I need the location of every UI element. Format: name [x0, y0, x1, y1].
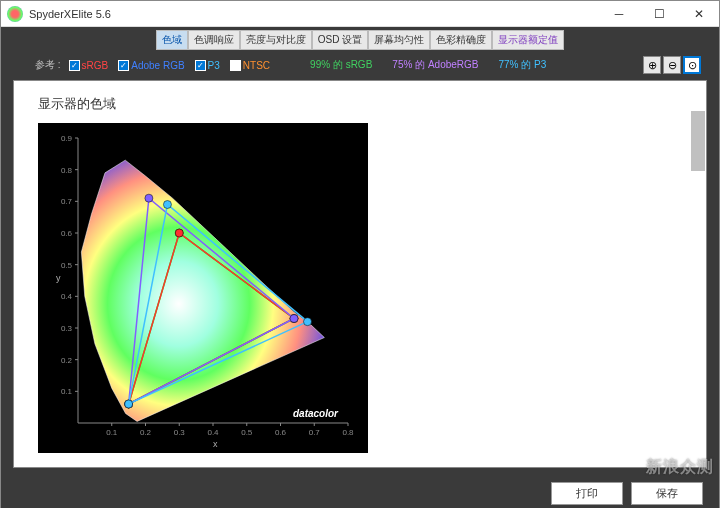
svg-text:0.8: 0.8	[342, 428, 354, 437]
print-button[interactable]: 打印	[551, 482, 623, 505]
checkbox-label-P3: P3	[208, 60, 220, 71]
params-row: 参考 : ✓sRGB✓Adobe RGB✓P3✓NTSC 99% 的 sRGB7…	[1, 52, 719, 78]
svg-point-52	[304, 318, 312, 326]
svg-text:datacolor: datacolor	[293, 408, 339, 419]
tab-0[interactable]: 色域	[156, 30, 188, 50]
zoom-group: ⊕ ⊖ ⊙	[643, 56, 701, 74]
svg-text:0.4: 0.4	[207, 428, 219, 437]
tab-1[interactable]: 色调响应	[188, 30, 240, 50]
svg-text:0.7: 0.7	[61, 197, 73, 206]
svg-text:x: x	[213, 439, 218, 449]
svg-text:0.2: 0.2	[140, 428, 152, 437]
svg-text:0.4: 0.4	[61, 292, 73, 301]
svg-point-48	[290, 315, 298, 323]
svg-text:0.5: 0.5	[61, 261, 73, 270]
zoom-fit-icon[interactable]: ⊙	[683, 56, 701, 74]
content-area: 显示器的色域 0.10.20.30.40.50.60.70.80.10.20.3…	[13, 80, 707, 468]
svg-text:0.5: 0.5	[241, 428, 253, 437]
tab-2[interactable]: 亮度与对比度	[240, 30, 312, 50]
result-1: 75% 的 AdobeRGB	[392, 59, 478, 70]
titlebar: SpyderXElite 5.6 ─ ☐ ✕	[1, 1, 719, 27]
svg-text:0.9: 0.9	[61, 134, 73, 143]
checkbox-label-Adobe RGB: Adobe RGB	[131, 60, 184, 71]
svg-point-54	[125, 400, 133, 408]
svg-marker-0	[81, 160, 324, 421]
maximize-button[interactable]: ☐	[639, 1, 679, 27]
svg-text:0.3: 0.3	[174, 428, 186, 437]
checkbox-Adobe RGB[interactable]: ✓	[118, 60, 129, 71]
svg-text:y: y	[56, 273, 61, 283]
svg-point-45	[175, 229, 183, 237]
checkbox-label-sRGB: sRGB	[82, 60, 109, 71]
svg-text:0.6: 0.6	[61, 229, 73, 238]
checkbox-sRGB[interactable]: ✓	[69, 60, 80, 71]
svg-text:0.2: 0.2	[61, 356, 73, 365]
svg-text:0.1: 0.1	[61, 387, 73, 396]
tab-4[interactable]: 屏幕均匀性	[368, 30, 430, 50]
result-2: 77% 的 P3	[499, 59, 547, 70]
svg-text:0.7: 0.7	[309, 428, 321, 437]
svg-text:0.8: 0.8	[61, 166, 73, 175]
scrollbar-thumb[interactable]	[691, 111, 705, 171]
tab-5[interactable]: 色彩精确度	[430, 30, 492, 50]
save-button[interactable]: 保存	[631, 482, 703, 505]
checkbox-P3[interactable]: ✓	[195, 60, 206, 71]
zoom-in-icon[interactable]: ⊕	[643, 56, 661, 74]
gamut-chart: 0.10.20.30.40.50.60.70.80.10.20.30.40.50…	[38, 123, 368, 453]
app-body: 色域色调响应亮度与对比度OSD 设置屏幕均匀性色彩精确度显示器额定值 参考 : …	[1, 27, 719, 508]
app-window: SpyderXElite 5.6 ─ ☐ ✕ 色域色调响应亮度与对比度OSD 设…	[0, 0, 720, 508]
tab-6[interactable]: 显示器额定值	[492, 30, 564, 50]
svg-text:0.3: 0.3	[61, 324, 73, 333]
svg-text:0.1: 0.1	[106, 428, 118, 437]
checkbox-label-NTSC: NTSC	[243, 60, 270, 71]
minimize-button[interactable]: ─	[599, 1, 639, 27]
params-label: 参考 :	[35, 58, 61, 72]
app-icon	[7, 6, 23, 22]
result-0: 99% 的 sRGB	[310, 59, 372, 70]
close-button[interactable]: ✕	[679, 1, 719, 27]
content-title: 显示器的色域	[38, 95, 682, 113]
window-title: SpyderXElite 5.6	[29, 8, 599, 20]
checkbox-NTSC[interactable]: ✓	[230, 60, 241, 71]
svg-text:0.6: 0.6	[275, 428, 287, 437]
tabs-row: 色域色调响应亮度与对比度OSD 设置屏幕均匀性色彩精确度显示器额定值	[1, 27, 719, 52]
zoom-out-icon[interactable]: ⊖	[663, 56, 681, 74]
tab-3[interactable]: OSD 设置	[312, 30, 368, 50]
svg-point-53	[163, 201, 171, 209]
bottom-bar: 打印 保存	[1, 476, 719, 508]
svg-point-49	[145, 194, 153, 202]
